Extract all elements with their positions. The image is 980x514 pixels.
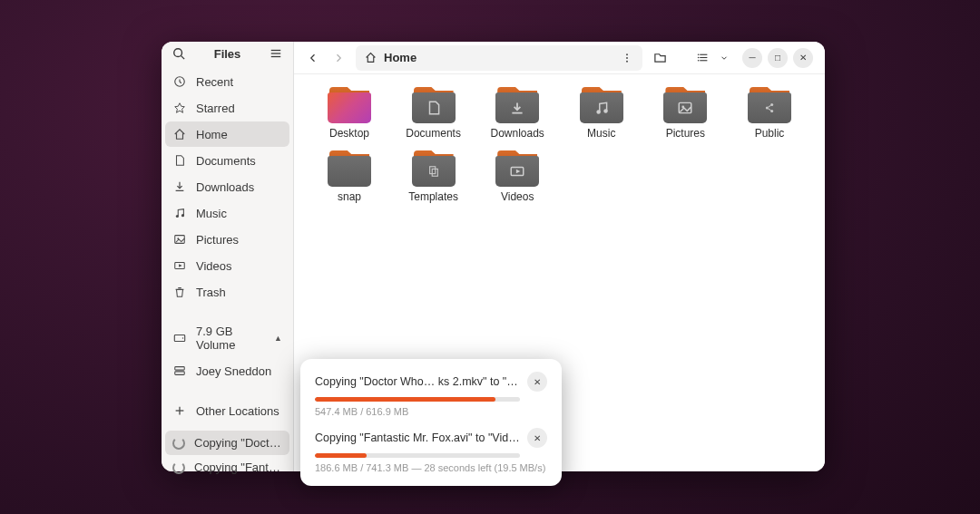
sidebar: Files RecentStarredHomeDocumentsDownload… <box>162 42 294 471</box>
folder-public[interactable]: Public <box>732 87 807 140</box>
sidebar-item-label: Pictures <box>196 233 239 247</box>
music-icon <box>172 206 187 220</box>
operation-subtext: 547.4 MB / 616.9 MB <box>315 406 547 417</box>
pathbar[interactable]: Home <box>356 45 642 71</box>
files-window: Files RecentStarredHomeDocumentsDownload… <box>162 42 825 471</box>
chevron-left-icon <box>308 53 318 63</box>
sidebar-item-volume[interactable]: 7.9 GB Volume ▲ <box>165 319 289 357</box>
toolbar: Home ─ □ ✕ <box>294 42 825 74</box>
operation-title: Copying "Fantastic Mr. Fox.avi" to "Vide… <box>315 432 520 444</box>
sidebar-item-home[interactable]: Home <box>165 121 289 147</box>
sidebar-item-trash[interactable]: Trash <box>165 279 289 305</box>
sidebar-nav: RecentStarredHomeDocumentsDownloadsMusic… <box>162 65 293 308</box>
sidebar-item-starred[interactable]: Starred <box>165 95 289 121</box>
folder-snap[interactable]: snap <box>312 150 387 203</box>
svg-point-36 <box>766 106 769 109</box>
progress-bar <box>315 397 520 402</box>
svg-point-32 <box>596 110 601 114</box>
app-title: Files <box>196 47 259 61</box>
operation-title: Copying "Doctor Who… ks 2.mkv" to "Video… <box>315 375 520 388</box>
svg-marker-6 <box>175 103 185 113</box>
sidebar-item-music[interactable]: Music <box>165 200 289 226</box>
folder-grid: DesktopDocumentsDownloadsMusicPicturesPu… <box>312 87 807 203</box>
sidebar-item-label: Joey Sneddon <box>196 364 271 378</box>
home-icon <box>365 52 377 63</box>
operation-row: Copying "Fantastic Mr. Fox.avi" to "Vide… <box>315 428 547 473</box>
folder-downloads[interactable]: Downloads <box>480 87 554 140</box>
svg-line-1 <box>181 56 185 60</box>
chevron-right-icon <box>333 53 344 63</box>
nav-back-button[interactable] <box>301 46 325 70</box>
cancel-operation-button[interactable]: ✕ <box>527 372 547 392</box>
breadcrumb: Home <box>384 51 416 64</box>
sidebar-item-label: Home <box>196 128 228 141</box>
folder-plus-icon <box>653 51 667 64</box>
star-icon <box>172 101 187 115</box>
close-button[interactable]: ✕ <box>793 48 813 68</box>
sidebar-item-documents[interactable]: Documents <box>165 148 289 173</box>
svg-point-33 <box>603 109 608 113</box>
folder-icon <box>328 150 371 187</box>
sidebar-item-label: Recent <box>196 75 233 89</box>
folder-icon <box>412 87 456 123</box>
svg-marker-14 <box>179 264 182 267</box>
folder-label: Public <box>755 127 785 140</box>
clock-icon <box>172 74 187 89</box>
svg-point-22 <box>626 57 628 59</box>
sidebar-item-label: Music <box>196 207 227 220</box>
svg-point-10 <box>181 214 184 217</box>
folder-documents[interactable]: Documents <box>397 87 471 140</box>
spinner-icon <box>172 461 185 474</box>
sidebar-item-label: Documents <box>196 154 256 168</box>
kebab-icon <box>622 53 632 63</box>
search-button[interactable] <box>167 42 191 65</box>
download-icon <box>172 179 187 194</box>
sidebar-operation-item[interactable]: Copying "Doctor … <box>165 431 289 455</box>
svg-point-0 <box>174 49 182 57</box>
folder-label: Desktop <box>329 127 369 140</box>
close-icon: ✕ <box>534 377 541 387</box>
sidebar-operations: Copying "Doctor …Copying "Fantastic… <box>162 427 293 483</box>
minimize-icon: ─ <box>749 53 755 63</box>
view-switcher[interactable] <box>691 46 735 70</box>
plus-icon <box>172 403 187 418</box>
doc-icon <box>172 153 187 168</box>
folder-icon <box>495 87 539 123</box>
svg-point-27 <box>697 53 699 55</box>
sidebar-item-user[interactable]: Joey Sneddon <box>165 358 289 383</box>
sidebar-item-videos[interactable]: Videos <box>165 253 289 278</box>
server-icon <box>172 364 187 378</box>
folder-pictures[interactable]: Pictures <box>648 87 722 140</box>
sidebar-item-downloads[interactable]: Downloads <box>165 174 289 199</box>
folder-desktop[interactable]: Desktop <box>312 87 387 140</box>
folder-icon <box>748 87 791 123</box>
folder-label: Pictures <box>666 127 705 140</box>
path-menu-button[interactable] <box>615 46 639 70</box>
maximize-button[interactable]: □ <box>768 48 788 68</box>
folder-templates[interactable]: Templates <box>397 150 471 203</box>
folder-label: Documents <box>406 127 461 140</box>
folder-label: Downloads <box>491 127 544 140</box>
operation-label: Copying "Doctor … <box>194 436 282 450</box>
close-icon: ✕ <box>799 53 807 63</box>
sidebar-menu-button[interactable] <box>264 42 288 65</box>
sidebar-item-pictures[interactable]: Pictures <box>165 227 289 252</box>
sidebar-item-other[interactable]: Other Locations <box>165 398 289 423</box>
folder-label: Music <box>587 127 615 140</box>
svg-marker-44 <box>516 170 521 174</box>
sidebar-item-recent[interactable]: Recent <box>165 69 289 94</box>
svg-line-39 <box>769 105 771 107</box>
folder-videos[interactable]: Videos <box>480 150 554 203</box>
spinner-icon <box>172 437 185 450</box>
new-tab-button[interactable] <box>648 46 671 70</box>
cancel-operation-button[interactable]: ✕ <box>527 428 547 448</box>
sidebar-header: Files <box>162 42 293 65</box>
folder-music[interactable]: Music <box>564 87 639 140</box>
svg-point-23 <box>626 60 628 62</box>
nav-forward-button[interactable] <box>327 46 350 70</box>
eject-icon[interactable]: ▲ <box>274 334 282 343</box>
sidebar-devices: 7.9 GB Volume ▲ Joey Sneddon <box>162 315 293 387</box>
minimize-button[interactable]: ─ <box>742 48 762 68</box>
operation-row: Copying "Doctor Who… ks 2.mkv" to "Video… <box>315 372 547 417</box>
sidebar-operation-item[interactable]: Copying "Fantastic… <box>165 455 289 480</box>
